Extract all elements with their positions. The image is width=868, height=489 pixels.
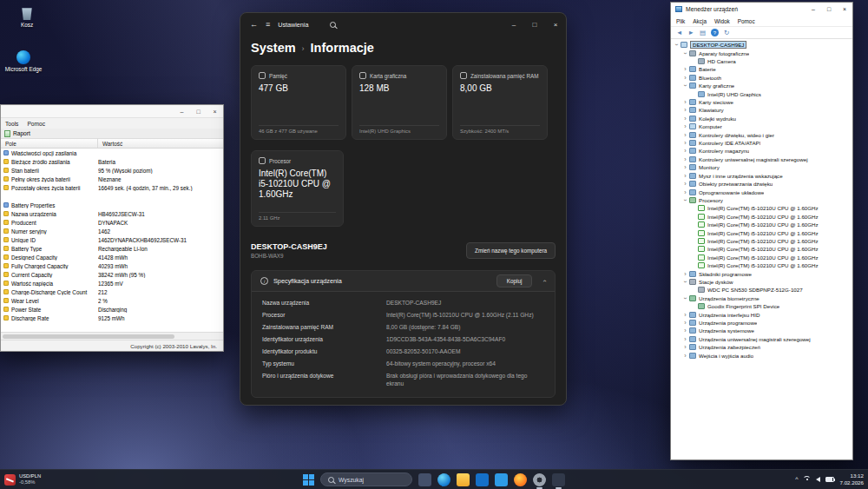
menu-pomoc[interactable]: Pomoc [738, 18, 755, 24]
battery-icon[interactable] [825, 477, 834, 482]
tree-item[interactable]: › Urządzenia systemowe [671, 327, 852, 334]
tree-item[interactable]: Intel(R) Core(TM) i5-10210U CPU @ 1.60GH… [671, 254, 852, 261]
tree-item[interactable]: › Urządzenia uniwersalnej magistrali sze… [671, 335, 852, 343]
expander-icon[interactable]: › [682, 123, 688, 129]
expander-icon[interactable]: › [682, 66, 688, 72]
desktop-icon-edge[interactable]: Microsoft Edge [3, 50, 43, 72]
maximize-icon[interactable]: □ [524, 13, 545, 36]
expander-icon[interactable]: › [682, 83, 688, 89]
battery-row[interactable]: Stan baterii 95 % (Wysoki poziom) [1, 166, 223, 175]
tree-item[interactable]: Intel(R) UHD Graphics [671, 89, 852, 97]
back-arrow-icon[interactable]: ← [250, 20, 258, 29]
tree-item[interactable]: Intel(R) Core(TM) i5-10210U CPU @ 1.60GH… [671, 221, 852, 228]
tree-item[interactable]: › DESKTOP-CASH9EJ [671, 41, 852, 49]
tree-item[interactable]: › Kolejki wydruku [671, 115, 852, 122]
horizontal-scrollbar[interactable] [1, 332, 223, 340]
tree-item[interactable]: Intel(R) Core(TM) i5-10210U CPU @ 1.60GH… [671, 228, 852, 236]
tree-item[interactable]: › Urządzenia zabezpieczeń [671, 343, 852, 351]
battery-row[interactable]: Nazwa urządzenia HB4692JSECW-31 [1, 209, 223, 218]
expander-icon[interactable]: › [682, 116, 688, 122]
expander-icon[interactable]: › [682, 312, 688, 318]
expander-icon[interactable]: › [682, 353, 688, 359]
expander-icon[interactable]: › [682, 132, 688, 138]
edge-icon[interactable] [437, 473, 450, 486]
expander-icon[interactable]: › [682, 173, 688, 179]
hidden-icons-chevron[interactable]: ^ [795, 476, 798, 482]
battery-row[interactable]: Fully Charged Capacity 40293 mWh [1, 261, 223, 270]
battery-row[interactable]: Discharge Rate 9125 mWh [1, 314, 223, 322]
tree-item[interactable]: › Kontrolery uniwersalnej magistrali sze… [671, 155, 852, 163]
tree-item[interactable]: › Urządzenia biometryczne [671, 294, 852, 302]
expander-icon[interactable]: › [682, 279, 688, 285]
weather-stocks-widget[interactable]: USD/PLN -0,58% [4, 473, 41, 486]
battery-row[interactable]: Unique ID 1462DYNAPACKHB4692JSECW-31 [1, 235, 223, 244]
tree-item[interactable]: › Aparaty fotograficzne [671, 49, 852, 56]
tree-item[interactable]: Intel(R) Core(TM) i5-10210U CPU @ 1.60GH… [671, 261, 852, 269]
tree-item[interactable]: › Baterie [671, 65, 852, 73]
list-icon[interactable]: ▤ [700, 29, 706, 36]
battery-row[interactable] [1, 192, 223, 201]
expander-icon[interactable]: › [682, 336, 688, 342]
tree-item[interactable]: Intel(R) Core(TM) i5-10210U CPU @ 1.60GH… [671, 245, 852, 253]
tree-item[interactable]: › Stacje dysków [671, 278, 852, 286]
settings-titlebar[interactable]: ← ≡ Ustawienia – □ × [240, 13, 566, 36]
tree-item[interactable]: Intel(R) Core(TM) i5-10210U CPU @ 1.60GH… [671, 213, 852, 221]
tree-item[interactable]: HD Camera [671, 57, 852, 65]
close-icon[interactable]: × [837, 3, 852, 16]
battery-row[interactable]: Power State Discharging [1, 305, 223, 314]
breadcrumb-system[interactable]: System [251, 41, 296, 55]
close-icon[interactable]: × [207, 105, 223, 117]
refresh-icon[interactable]: ↻ [724, 29, 729, 36]
tree-item[interactable]: Intel(R) Core(TM) i5-10210U CPU @ 1.60GH… [671, 237, 852, 245]
help-icon[interactable]: ? [711, 29, 719, 36]
expander-icon[interactable]: › [682, 344, 688, 350]
tree-item[interactable]: › Kontrolery dźwięku, wideo i gier [671, 130, 852, 138]
menu-akcja[interactable]: Akcja [693, 18, 707, 24]
battery-row[interactable]: Wartość napięcia 12365 mV [1, 279, 223, 287]
expander-icon[interactable]: › [682, 156, 688, 162]
scrollbar-thumb[interactable] [3, 334, 174, 340]
tree-item[interactable]: WDC PC SN530 SDBPNPZ-512G-1027 [671, 286, 852, 294]
expander-icon[interactable]: › [682, 181, 688, 187]
expander-icon[interactable]: › [682, 50, 688, 56]
network-icon[interactable] [803, 476, 811, 484]
tree-item[interactable]: › Wejścia i wyjścia audio [671, 351, 852, 359]
desktop-icon-recycle-bin[interactable]: Kosz [7, 7, 47, 28]
expander-icon[interactable]: › [682, 271, 688, 277]
battery-row[interactable]: Bieżące źródło zasilania Bateria [1, 157, 223, 166]
chevron-up-icon[interactable]: › [541, 280, 549, 282]
battery-window-titlebar[interactable]: – □ × [1, 105, 223, 118]
forward-icon[interactable]: ► [687, 29, 694, 36]
maximize-icon[interactable]: □ [190, 105, 207, 117]
battery-row[interactable]: Pełny okres życia baterii Nieznane [1, 175, 223, 183]
expander-icon[interactable]: › [682, 189, 688, 195]
task-view-icon[interactable] [418, 473, 431, 486]
store-icon[interactable] [476, 473, 489, 486]
tree-item[interactable]: › Procesory [671, 196, 852, 204]
volume-icon[interactable] [816, 477, 820, 482]
tree-item[interactable]: › Klawiatury [671, 106, 852, 114]
battery-row[interactable]: Battery Type Rechargeable Li-Ion [1, 244, 223, 253]
tree-item[interactable]: › Kontrolery IDE ATA/ATAPI [671, 139, 852, 147]
taskbar-search[interactable]: Wyszukaj [320, 472, 412, 486]
battery-row[interactable]: Właściwości opcji zasilania [1, 149, 223, 157]
expander-icon[interactable]: › [682, 164, 688, 170]
search-icon[interactable] [330, 22, 336, 28]
expander-icon[interactable]: › [674, 42, 680, 48]
tree-item[interactable]: › Monitory [671, 163, 852, 171]
close-icon[interactable]: × [545, 13, 566, 36]
file-explorer-icon[interactable] [457, 473, 470, 486]
tree-item[interactable]: Goodix Fingerprint SPI Device [671, 302, 852, 310]
tree-item[interactable]: › Obiekty przetwarzania dźwięku [671, 180, 852, 188]
expander-icon[interactable]: › [682, 327, 688, 334]
column-header-value[interactable]: Wartość [98, 141, 122, 147]
firefox-icon[interactable] [514, 473, 527, 486]
start-button[interactable] [303, 474, 314, 486]
expander-icon[interactable]: › [682, 197, 688, 203]
tree-item[interactable]: › Bluetooth [671, 74, 852, 82]
tree-item[interactable]: › Komputer [671, 122, 852, 130]
clock[interactable]: 13:12 7.02.2026 [839, 472, 864, 486]
mail-icon[interactable] [495, 473, 508, 486]
tree-item[interactable]: › Karty graficzne [671, 82, 852, 89]
maximize-icon[interactable]: □ [821, 3, 837, 16]
